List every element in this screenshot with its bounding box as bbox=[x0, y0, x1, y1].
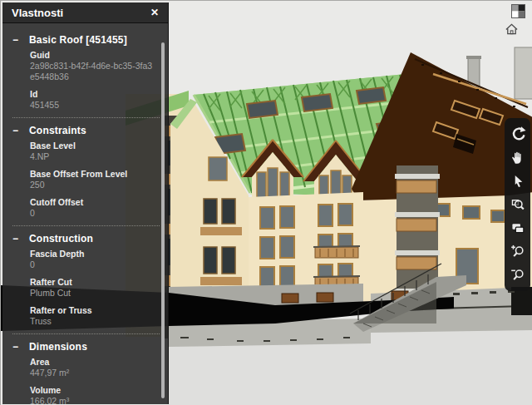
collapse-icon[interactable]: − bbox=[12, 35, 23, 45]
panel-scrollbar[interactable] bbox=[161, 42, 165, 398]
close-icon[interactable]: ✕ bbox=[148, 7, 161, 18]
property-row: Base Offset From Level 250 bbox=[30, 169, 156, 190]
collapse-icon[interactable]: − bbox=[12, 126, 23, 136]
bim-viewer-window: Vlastnosti ✕ − Basic Roof [451455] Guid … bbox=[0, 0, 532, 405]
section-header-basic-roof[interactable]: − Basic Roof [451455] bbox=[12, 34, 168, 46]
zoom-window-icon[interactable] bbox=[508, 195, 528, 215]
properties-panel: Vlastnosti ✕ − Basic Roof [451455] Guid … bbox=[2, 2, 169, 404]
panel-body: − Basic Roof [451455] Guid 2a98c831-b42f… bbox=[2, 23, 168, 404]
pan-hand-icon[interactable] bbox=[508, 147, 528, 167]
collapse-icon[interactable]: − bbox=[12, 342, 23, 352]
section-header-constraints[interactable]: − Constraints bbox=[12, 125, 168, 136]
background-structure bbox=[515, 47, 532, 99]
panel-header: Vlastnosti ✕ bbox=[2, 2, 168, 23]
property-row: Volume 166,02 m³ bbox=[30, 385, 156, 404]
property-row: Base Level 4.NP bbox=[30, 141, 156, 162]
property-row: Fascia Depth 0 bbox=[30, 249, 156, 270]
section-header-dimensions[interactable]: − Dimensions bbox=[12, 341, 168, 353]
zoom-in-icon[interactable] bbox=[508, 242, 528, 262]
home-icon[interactable] bbox=[505, 22, 519, 36]
view-controls bbox=[500, 2, 530, 39]
section-separator bbox=[12, 225, 160, 226]
navigation-toolbar bbox=[505, 118, 530, 291]
property-row: Area 447,97 m² bbox=[30, 357, 156, 378]
select-cursor-icon[interactable] bbox=[508, 171, 528, 191]
view-mode-icon[interactable] bbox=[511, 4, 525, 18]
property-row: Cutoff Offset 0 bbox=[30, 197, 156, 219]
zoom-out-icon[interactable] bbox=[508, 265, 528, 285]
section-separator bbox=[12, 333, 160, 334]
property-row: Rafter Cut Plumb Cut bbox=[30, 277, 156, 299]
property-row: Id 451455 bbox=[30, 89, 156, 111]
property-row: Guid 2a98c831-b42f-4d6e-bc35-3fa3e5448b3… bbox=[30, 50, 156, 82]
collapse-icon[interactable]: − bbox=[12, 234, 23, 244]
panel-title: Vlastnosti bbox=[12, 7, 63, 19]
rotate-icon[interactable] bbox=[508, 124, 528, 144]
section-header-construction[interactable]: − Construction bbox=[12, 233, 168, 244]
section-separator bbox=[12, 117, 160, 118]
markup-icon[interactable] bbox=[508, 218, 528, 238]
property-row: Rafter or Truss Truss bbox=[30, 305, 156, 327]
